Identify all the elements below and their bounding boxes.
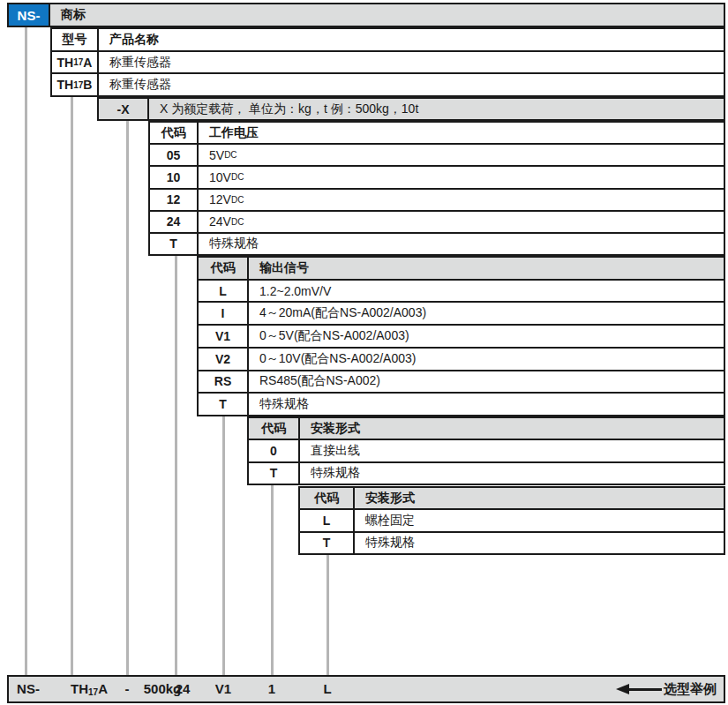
signal-code: L — [199, 281, 249, 302]
model-header-code: 型号 — [52, 29, 99, 50]
signal-code: RS — [199, 371, 249, 393]
example-signal: V1 — [210, 677, 236, 701]
fixing-value: 螺栓固定 — [355, 510, 724, 530]
voltage-code: 05 — [150, 145, 199, 165]
signal-value: 4～20mA(配合NS-A002/A003) — [249, 303, 724, 324]
signal-value: 特殊规格 — [249, 394, 724, 415]
example-dash: - — [123, 677, 131, 701]
voltage-value: 10VDC — [199, 167, 724, 187]
load-label: X 为额定载荷， 单位为：kg，t 例：500kg，10t — [149, 99, 724, 119]
load-row: -X X 为额定载荷， 单位为：kg，t 例：500kg，10t — [99, 99, 724, 119]
example-model: TH17A — [58, 677, 120, 701]
fixing-header-row: 代码 安装形式 — [300, 488, 724, 508]
mount-row: T 特殊规格 — [249, 461, 724, 484]
mount-header-code: 代码 — [249, 418, 300, 439]
mount-row: 0 直接出线 — [249, 439, 724, 461]
signal-header-label: 输出信号 — [249, 258, 724, 279]
signal-value: 0～5V(配合NS-A002/A003) — [249, 326, 724, 347]
voltage-header-label: 工作电压 — [199, 123, 724, 143]
signal-value: 1.2~2.0mV/V — [249, 281, 724, 302]
fixing-code: L — [300, 510, 355, 530]
fixing-header-label: 安装形式 — [355, 488, 724, 508]
fixing-value: 特殊规格 — [355, 533, 724, 553]
model-selection-diagram: NS- 商标 型号 产品名称 TH17A 称重传感器 TH17B 称重传感器 -… — [0, 0, 728, 705]
brand-label: 商标 — [61, 7, 86, 23]
example-caption: 选型举例 — [664, 677, 717, 701]
signal-code: I — [199, 303, 249, 324]
voltage-code: 10 — [150, 167, 199, 187]
load-table: -X X 为额定载荷， 单位为：kg，t 例：500kg，10t — [97, 97, 725, 121]
voltage-code: 24 — [150, 212, 199, 232]
model-table: 型号 产品名称 TH17A 称重传感器 TH17B 称重传感器 — [50, 27, 725, 97]
mount-code: T — [249, 463, 300, 484]
example-row: NS- TH17A - 500kg 24 V1 1 L 选型举例 — [7, 675, 725, 703]
mount-table: 代码 安装形式 0 直接出线 T 特殊规格 — [247, 416, 725, 485]
fixing-code: T — [300, 533, 355, 553]
brand-label-cell: 商标 — [49, 3, 725, 27]
voltage-code: T — [150, 234, 199, 254]
signal-header-code: 代码 — [199, 258, 249, 279]
mount-header-label: 安装形式 — [300, 418, 724, 439]
voltage-value: 5VDC — [199, 145, 724, 165]
voltage-row: 10 10VDC — [150, 165, 724, 187]
voltage-header-row: 代码 工作电压 — [150, 123, 724, 143]
signal-row: L 1.2~2.0mV/V — [199, 279, 724, 302]
connector-line-model — [71, 97, 73, 676]
signal-code: T — [199, 394, 249, 415]
example-mount: 1 — [259, 677, 285, 701]
voltage-row: T 特殊规格 — [150, 232, 724, 254]
signal-header-row: 代码 输出信号 — [199, 258, 724, 279]
signal-code: V2 — [199, 349, 249, 370]
connector-line-load — [126, 121, 129, 676]
model-label: 称重传感器 — [99, 74, 724, 95]
fixing-header-code: 代码 — [300, 488, 355, 508]
signal-row: I 4～20mA(配合NS-A002/A003) — [199, 301, 724, 324]
example-fixing: L — [314, 677, 341, 701]
example-voltage: 24 — [169, 677, 196, 701]
voltage-value: 24VDC — [199, 212, 724, 232]
voltage-table: 代码 工作电压 05 5VDC 10 10VDC 12 12VDC 24 24V… — [148, 121, 725, 256]
signal-row: RS RS485(配合NS-A002) — [199, 370, 724, 393]
connector-line-signal — [222, 416, 225, 676]
model-row: TH17B 称重传感器 — [52, 72, 724, 95]
signal-row: T 特殊规格 — [199, 392, 724, 415]
voltage-code: 12 — [150, 190, 199, 210]
signal-code: V1 — [199, 326, 249, 347]
connector-line-brand — [25, 27, 27, 676]
voltage-row: 24 24VDC — [150, 210, 724, 232]
fixing-table: 代码 安装形式 L 螺栓固定 T 特殊规格 — [298, 486, 725, 555]
example-brand: NS- — [9, 677, 48, 701]
model-label: 称重传感器 — [99, 52, 724, 73]
left-arrow-line — [627, 688, 662, 691]
fixing-row: L 螺栓固定 — [300, 508, 724, 530]
model-row: TH17A 称重传感器 — [52, 50, 724, 73]
voltage-header-code: 代码 — [150, 123, 199, 143]
model-header-label: 产品名称 — [99, 29, 724, 50]
model-code: TH17B — [52, 74, 99, 95]
connector-line-fixing — [326, 555, 329, 676]
signal-row: V1 0～5V(配合NS-A002/A003) — [199, 324, 724, 347]
connector-line-mount — [271, 485, 274, 676]
mount-value: 直接出线 — [300, 440, 724, 461]
signal-value: RS485(配合NS-A002) — [249, 371, 724, 393]
brand-code-box: NS- — [7, 3, 50, 27]
load-code: -X — [99, 99, 149, 119]
mount-header-row: 代码 安装形式 — [249, 418, 724, 439]
signal-value: 0～10V(配合NS-A002/A003) — [249, 349, 724, 370]
voltage-value: 12VDC — [199, 190, 724, 210]
mount-code: 0 — [249, 440, 300, 461]
model-code: TH17A — [52, 52, 99, 73]
signal-table: 代码 输出信号 L 1.2~2.0mV/V I 4～20mA(配合NS-A002… — [197, 256, 725, 416]
voltage-value: 特殊规格 — [199, 234, 724, 254]
mount-value: 特殊规格 — [300, 463, 724, 484]
signal-row: V2 0～10V(配合NS-A002/A003) — [199, 347, 724, 370]
voltage-row: 05 5VDC — [150, 143, 724, 165]
fixing-row: T 特殊规格 — [300, 531, 724, 553]
voltage-row: 12 12VDC — [150, 188, 724, 210]
brand-code: NS- — [18, 8, 41, 23]
connector-line-voltage — [175, 256, 177, 676]
model-header-row: 型号 产品名称 — [52, 29, 724, 50]
